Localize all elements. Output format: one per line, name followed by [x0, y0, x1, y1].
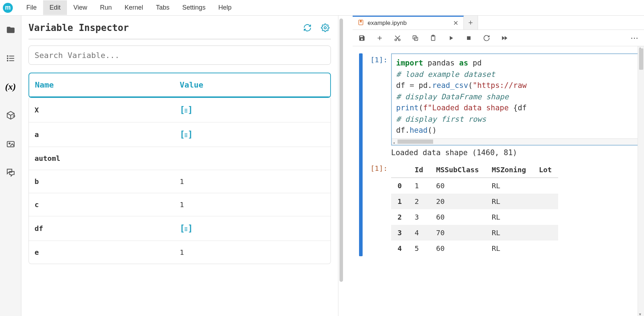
- df-cell: [533, 209, 558, 225]
- df-cell: 20: [430, 194, 485, 209]
- notebook-toolbar: ⋯: [353, 30, 644, 46]
- svg-point-8: [324, 27, 326, 29]
- var-value: [⠿]: [180, 105, 325, 115]
- table-row[interactable]: df[⠿]: [29, 216, 331, 241]
- df-cell: RL: [485, 194, 533, 209]
- df-cell: 60: [430, 209, 485, 225]
- svg-point-4: [7, 58, 8, 59]
- menu-edit[interactable]: Edit: [43, 0, 67, 15]
- horizontal-scrollbar[interactable]: ◂▸: [392, 138, 643, 145]
- add-cell-icon[interactable]: [375, 33, 385, 43]
- variable-table: Name Value: [28, 73, 331, 98]
- column-header-name[interactable]: Name: [35, 80, 180, 89]
- notebook-panel: example.ipynb ✕ + ⋯ [1]:: [353, 16, 644, 316]
- df-col-header: Id: [408, 162, 430, 178]
- activity-rail: (x): [0, 16, 21, 316]
- df-cell: [533, 225, 558, 241]
- rail-list-icon[interactable]: [4, 51, 18, 65]
- app-logo: m: [3, 3, 13, 13]
- dataframe-output: IdMSSubClassMSZoningLot0160RL1220RL2360R…: [391, 162, 558, 256]
- rail-chat-icon[interactable]: [4, 165, 18, 179]
- svg-point-7: [9, 143, 10, 144]
- df-row-index: 1: [391, 194, 408, 209]
- table-row[interactable]: automl: [29, 147, 331, 170]
- df-col-header: MSZoning: [485, 162, 533, 178]
- refresh-icon[interactable]: [302, 22, 313, 33]
- df-cell: 60: [430, 241, 485, 256]
- rail-files-icon[interactable]: [4, 23, 18, 37]
- df-cell: 4: [408, 225, 430, 241]
- panel-title: Variable Inspector: [28, 22, 129, 33]
- df-cell: RL: [485, 178, 533, 194]
- df-cell: RL: [485, 209, 533, 225]
- df-col-header: Lot: [533, 162, 558, 178]
- df-cell: 3: [408, 209, 430, 225]
- code-editor[interactable]: import pandas as pd # load example datas…: [391, 53, 644, 146]
- var-value: [⠿]: [180, 223, 325, 233]
- var-name: X: [35, 106, 180, 114]
- tab-example-ipynb[interactable]: example.ipynb ✕: [353, 16, 464, 30]
- variable-inspector-panel: Variable Inspector Name Value X[⠿]a[⠿]au…: [21, 16, 338, 316]
- paste-icon[interactable]: [428, 33, 438, 43]
- df-cell: 70: [430, 225, 485, 241]
- restart-icon[interactable]: [482, 33, 492, 43]
- svg-point-3: [7, 56, 8, 56]
- code-cell[interactable]: [1]: import pandas as pd # load example …: [359, 53, 644, 256]
- df-cell: RL: [485, 241, 533, 256]
- out-prompt: [1]:: [366, 162, 391, 256]
- save-icon[interactable]: [357, 33, 367, 43]
- rail-package-icon[interactable]: [4, 108, 18, 122]
- add-tab-button[interactable]: +: [464, 16, 478, 30]
- rail-image-icon[interactable]: [4, 137, 18, 151]
- var-value: 1: [180, 200, 325, 209]
- var-name: b: [35, 177, 180, 186]
- run-icon[interactable]: [446, 33, 456, 43]
- df-cell: [533, 178, 558, 194]
- tab-bar: example.ipynb ✕ +: [353, 16, 644, 30]
- more-icon[interactable]: ⋯: [630, 33, 640, 43]
- menu-view[interactable]: View: [67, 0, 94, 15]
- df-row-index: 2: [391, 209, 408, 225]
- df-cell: 1: [408, 178, 430, 194]
- fast-forward-icon[interactable]: [499, 33, 509, 43]
- menu-run[interactable]: Run: [94, 0, 118, 15]
- df-row-index: 4: [391, 241, 408, 256]
- menu-file[interactable]: File: [20, 0, 43, 15]
- var-name: a: [35, 130, 180, 139]
- df-cell: [533, 194, 558, 209]
- svg-point-5: [7, 60, 8, 61]
- rail-variables-icon[interactable]: (x): [4, 80, 18, 94]
- var-name: df: [35, 224, 180, 233]
- df-cell: 60: [430, 178, 485, 194]
- menu-bar: m FileEditViewRunKernelTabsSettingsHelp: [0, 0, 644, 16]
- var-value: 1: [180, 177, 325, 186]
- table-row[interactable]: X[⠿]: [29, 98, 331, 122]
- table-row[interactable]: a[⠿]: [29, 122, 331, 147]
- table-row[interactable]: e1: [29, 241, 331, 264]
- var-name: c: [35, 200, 180, 209]
- menu-kernel[interactable]: Kernel: [118, 0, 150, 15]
- scrollbar[interactable]: ▴ ▾: [638, 46, 644, 316]
- stdout-output: Loaded data shape (1460, 81): [391, 146, 644, 162]
- menu-tabs[interactable]: Tabs: [150, 0, 176, 15]
- search-input[interactable]: [28, 46, 331, 65]
- df-cell: 2: [408, 194, 430, 209]
- df-cell: [533, 241, 558, 256]
- gear-icon[interactable]: [320, 22, 331, 33]
- cut-icon[interactable]: [393, 33, 402, 43]
- close-icon[interactable]: ✕: [453, 19, 458, 27]
- column-header-value[interactable]: Value: [180, 80, 325, 89]
- var-name: automl: [35, 154, 180, 163]
- stop-icon[interactable]: [464, 33, 474, 43]
- df-col-header: MSSubClass: [430, 162, 485, 178]
- table-row[interactable]: b1: [29, 170, 331, 193]
- menu-settings[interactable]: Settings: [176, 0, 212, 15]
- table-row[interactable]: c1: [29, 193, 331, 216]
- divider: [28, 38, 331, 40]
- menu-help[interactable]: Help: [212, 0, 238, 15]
- cell-indicator: [359, 53, 363, 256]
- copy-icon[interactable]: [410, 33, 420, 43]
- df-cell: 5: [408, 241, 430, 256]
- df-row-index: 0: [391, 178, 408, 194]
- scrollbar[interactable]: [339, 19, 343, 282]
